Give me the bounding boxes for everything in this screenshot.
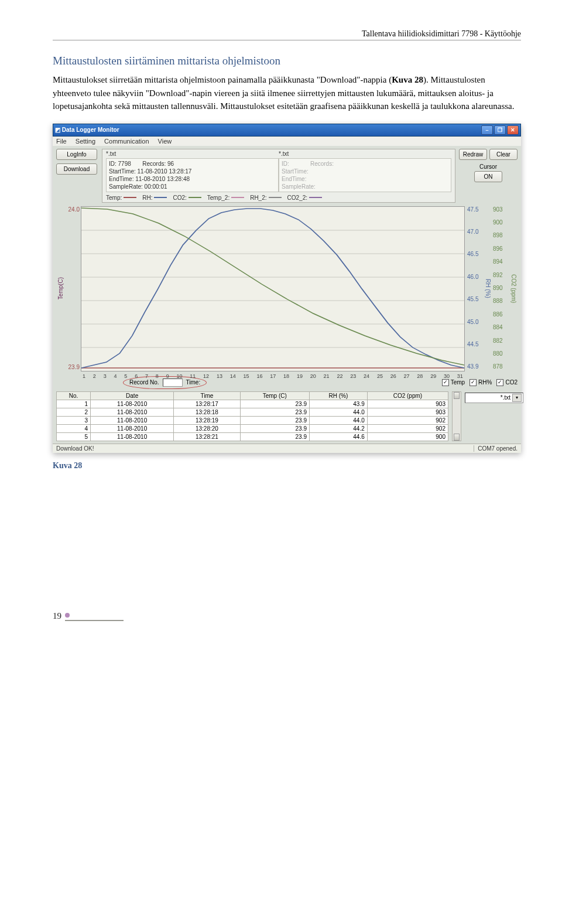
menubar: File Setting Communication View (53, 137, 521, 146)
table-row[interactable]: 311-08-201013:28:1923.944.0902 (57, 416, 448, 424)
legend-co22-swatch (309, 197, 322, 198)
page-number: 19 (53, 611, 521, 621)
maximize-button[interactable]: ❐ (494, 125, 506, 135)
y-left-tick: 23.9 (64, 364, 80, 370)
legend-temp2-swatch (231, 197, 244, 198)
screenshot-figure: ◩ Data Logger Monitor – ❐ ✕ File Setting… (53, 124, 521, 453)
page-number-rule (65, 620, 124, 621)
y-r2-title: CO2 (ppm) (510, 274, 517, 303)
menu-view[interactable]: View (158, 138, 172, 145)
y-r1-title: RH (%) (485, 279, 491, 298)
app-icon: ◩ (55, 127, 60, 133)
checkbox-rh[interactable]: ✓RH% (470, 379, 492, 386)
chart-area: 1234567891011121314151617181920212223242… (81, 206, 465, 371)
x-axis-ticks: 1234567891011121314151617181920212223242… (81, 373, 464, 379)
figure-caption: Kuva 28 (53, 461, 521, 470)
legend-rh-swatch (154, 197, 167, 198)
menu-communication[interactable]: Communication (104, 138, 149, 145)
legend-rh2-swatch (269, 197, 282, 198)
table-row[interactable]: 211-08-201013:28:1823.944.0903 (57, 408, 448, 416)
redraw-button[interactable]: Redraw (459, 149, 487, 160)
page-header: Tallentava hiilidioksidimittari 7798 - K… (53, 29, 521, 40)
file-format-select[interactable]: *.txt ▾ (465, 393, 523, 403)
table-row[interactable]: 411-08-201013:28:2023.944.2902 (57, 424, 448, 432)
y-left-title: Temp(C) (56, 206, 64, 371)
window-titlebar: ◩ Data Logger Monitor – ❐ ✕ (53, 124, 521, 137)
table-row[interactable]: 111-08-201013:28:1723.943.9903 (57, 400, 448, 408)
menu-setting[interactable]: Setting (76, 138, 95, 145)
status-right: COM7 opened. (474, 445, 518, 452)
panel2-ext: *.txt (279, 151, 451, 157)
minimize-button[interactable]: – (481, 125, 493, 135)
clear-button[interactable]: Clear (489, 149, 518, 160)
page-number-dot-icon (65, 613, 70, 618)
close-button[interactable]: ✕ (507, 125, 519, 135)
table-row[interactable]: 511-08-201013:28:2123.944.6900 (57, 432, 448, 441)
legend-row: Temp: RH: CO2: Temp_2: RH_2: CO2_2: (106, 195, 451, 201)
table-scrollbar[interactable] (452, 391, 461, 441)
chart-line-rh (81, 209, 464, 368)
checkbox-temp[interactable]: ✓Temp (442, 379, 465, 386)
data-table: No. Date Time Temp (C) RH (%) CO2 (ppm) … (56, 391, 448, 441)
statusbar: Download OK! COM7 opened. (53, 444, 521, 453)
cursor-label: Cursor (459, 163, 518, 170)
legend-co2-swatch (189, 197, 201, 198)
chart-line-co2 (81, 208, 464, 365)
body-paragraph: Mittaustulokset siirretään mittarista oh… (53, 73, 521, 113)
section-title: Mittaustulosten siirtäminen mittarista o… (53, 54, 521, 67)
download-button[interactable]: Download (56, 163, 97, 175)
status-left: Download OK! (56, 445, 474, 452)
window-title: Data Logger Monitor (62, 127, 119, 133)
info-panel-1: ID: 7798 Records: 96 StartTime: 11-08-20… (106, 158, 279, 192)
body-text-a: Mittaustulokset siirretään mittarista oh… (53, 75, 392, 84)
checkbox-co2[interactable]: ✓CO2 (496, 379, 518, 386)
legend-temp-swatch (124, 197, 136, 198)
y-left-tick: 24.0 (64, 206, 80, 213)
record-no-input[interactable] (163, 379, 183, 387)
cursor-button[interactable]: ON (474, 171, 502, 182)
loginfo-button[interactable]: LogInfo (56, 149, 97, 160)
info-panel-2: ID: Records: StartTime: EndTime: SampleR… (279, 158, 451, 192)
menu-file[interactable]: File (56, 138, 67, 145)
figure-ref: Kuva 28 (392, 75, 423, 84)
chevron-down-icon: ▾ (512, 394, 522, 402)
panel1-ext: *.txt (106, 151, 279, 157)
